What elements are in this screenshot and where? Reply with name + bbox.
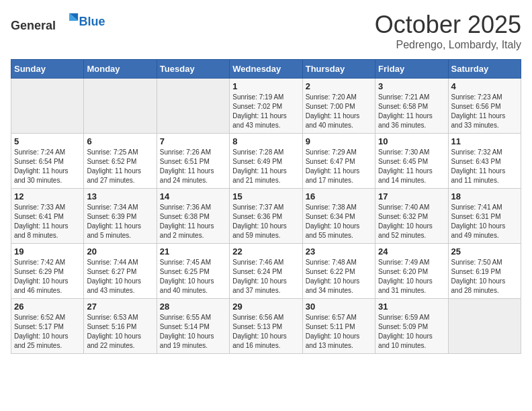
- day-detail: Sunrise: 7:23 AM Sunset: 6:56 PM Dayligh…: [451, 93, 518, 130]
- calendar-cell: 2Sunrise: 7:20 AM Sunset: 7:00 PM Daylig…: [302, 79, 375, 134]
- day-number: 15: [232, 191, 299, 201]
- day-number: 19: [14, 246, 81, 257]
- day-detail: Sunrise: 6:57 AM Sunset: 5:11 PM Dayligh…: [306, 313, 372, 351]
- day-number: 28: [160, 302, 226, 312]
- day-number: 17: [378, 191, 445, 201]
- calendar-cell: 23Sunrise: 7:48 AM Sunset: 6:22 PM Dayli…: [302, 244, 375, 299]
- page-header: General Blue October 2025 Pedrengo, Lomb…: [11, 11, 521, 51]
- weekday-header: Friday: [375, 60, 448, 79]
- day-number: 30: [306, 302, 372, 312]
- day-detail: Sunrise: 7:42 AM Sunset: 6:29 PM Dayligh…: [14, 258, 81, 295]
- calendar-cell: 24Sunrise: 7:49 AM Sunset: 6:20 PM Dayli…: [375, 244, 448, 299]
- day-detail: Sunrise: 7:36 AM Sunset: 6:38 PM Dayligh…: [160, 203, 226, 240]
- day-detail: Sunrise: 7:21 AM Sunset: 6:58 PM Dayligh…: [378, 93, 445, 130]
- day-number: 2: [306, 81, 372, 91]
- calendar-cell: 22Sunrise: 7:46 AM Sunset: 6:24 PM Dayli…: [230, 244, 302, 299]
- calendar-cell: 12Sunrise: 7:33 AM Sunset: 6:41 PM Dayli…: [11, 189, 84, 244]
- day-number: 9: [306, 136, 372, 146]
- calendar-cell: 19Sunrise: 7:42 AM Sunset: 6:29 PM Dayli…: [11, 244, 84, 299]
- day-detail: Sunrise: 6:55 AM Sunset: 5:14 PM Dayligh…: [160, 313, 226, 351]
- day-detail: Sunrise: 6:52 AM Sunset: 5:17 PM Dayligh…: [14, 313, 81, 351]
- calendar-cell: 21Sunrise: 7:45 AM Sunset: 6:25 PM Dayli…: [157, 244, 229, 299]
- title-section: October 2025 Pedrengo, Lombardy, Italy: [375, 11, 521, 51]
- calendar-cell: 10Sunrise: 7:30 AM Sunset: 6:45 PM Dayli…: [375, 134, 448, 189]
- calendar-cell: 4Sunrise: 7:23 AM Sunset: 6:56 PM Daylig…: [448, 79, 521, 134]
- calendar-week-row: 5Sunrise: 7:24 AM Sunset: 6:54 PM Daylig…: [11, 134, 521, 189]
- calendar-cell: 31Sunrise: 6:59 AM Sunset: 5:09 PM Dayli…: [375, 299, 448, 354]
- day-number: 23: [306, 246, 372, 257]
- day-detail: Sunrise: 6:59 AM Sunset: 5:09 PM Dayligh…: [378, 313, 445, 351]
- calendar-cell: 14Sunrise: 7:36 AM Sunset: 6:38 PM Dayli…: [157, 189, 229, 244]
- calendar-cell: [157, 79, 229, 134]
- day-detail: Sunrise: 7:50 AM Sunset: 6:19 PM Dayligh…: [451, 258, 518, 295]
- day-number: 27: [87, 302, 153, 312]
- day-number: 14: [160, 191, 226, 201]
- calendar-week-row: 19Sunrise: 7:42 AM Sunset: 6:29 PM Dayli…: [11, 244, 521, 299]
- calendar-cell: 5Sunrise: 7:24 AM Sunset: 6:54 PM Daylig…: [11, 134, 84, 189]
- day-number: 13: [87, 191, 153, 201]
- day-detail: Sunrise: 7:48 AM Sunset: 6:22 PM Dayligh…: [306, 258, 372, 295]
- calendar-table: SundayMondayTuesdayWednesdayThursdayFrid…: [11, 59, 521, 354]
- day-detail: Sunrise: 7:33 AM Sunset: 6:41 PM Dayligh…: [14, 203, 81, 240]
- day-number: 18: [451, 191, 518, 201]
- weekday-header: Wednesday: [230, 60, 302, 79]
- weekday-header-row: SundayMondayTuesdayWednesdayThursdayFrid…: [11, 60, 521, 79]
- day-number: 24: [378, 246, 445, 257]
- calendar-cell: 29Sunrise: 6:56 AM Sunset: 5:13 PM Dayli…: [230, 299, 302, 354]
- day-detail: Sunrise: 7:45 AM Sunset: 6:25 PM Dayligh…: [160, 258, 226, 295]
- calendar-cell: [448, 299, 521, 354]
- day-detail: Sunrise: 7:28 AM Sunset: 6:49 PM Dayligh…: [232, 148, 299, 185]
- weekday-header: Thursday: [302, 60, 375, 79]
- calendar-cell: 1Sunrise: 7:19 AM Sunset: 7:02 PM Daylig…: [230, 79, 302, 134]
- day-detail: Sunrise: 7:34 AM Sunset: 6:39 PM Dayligh…: [87, 203, 153, 240]
- location: Pedrengo, Lombardy, Italy: [375, 39, 521, 51]
- day-detail: Sunrise: 7:32 AM Sunset: 6:43 PM Dayligh…: [451, 148, 518, 185]
- logo-blue-text: Blue: [79, 15, 105, 28]
- day-number: 8: [232, 136, 299, 146]
- calendar-cell: 3Sunrise: 7:21 AM Sunset: 6:58 PM Daylig…: [375, 79, 448, 134]
- day-number: 6: [87, 136, 153, 146]
- calendar-cell: 30Sunrise: 6:57 AM Sunset: 5:11 PM Dayli…: [302, 299, 375, 354]
- calendar-cell: 7Sunrise: 7:26 AM Sunset: 6:51 PM Daylig…: [157, 134, 229, 189]
- day-number: 29: [232, 302, 299, 312]
- calendar-cell: 27Sunrise: 6:53 AM Sunset: 5:16 PM Dayli…: [84, 299, 157, 354]
- calendar-cell: 11Sunrise: 7:32 AM Sunset: 6:43 PM Dayli…: [448, 134, 521, 189]
- day-detail: Sunrise: 7:40 AM Sunset: 6:32 PM Dayligh…: [378, 203, 445, 240]
- day-number: 16: [306, 191, 372, 201]
- day-detail: Sunrise: 6:56 AM Sunset: 5:13 PM Dayligh…: [232, 313, 299, 351]
- month-title: October 2025: [375, 11, 521, 39]
- calendar-week-row: 1Sunrise: 7:19 AM Sunset: 7:02 PM Daylig…: [11, 79, 521, 134]
- day-detail: Sunrise: 7:20 AM Sunset: 7:00 PM Dayligh…: [306, 93, 372, 130]
- calendar-cell: [11, 79, 84, 134]
- day-number: 4: [451, 81, 518, 91]
- logo-general-text: General: [11, 19, 56, 32]
- calendar-cell: 28Sunrise: 6:55 AM Sunset: 5:14 PM Dayli…: [157, 299, 229, 354]
- calendar-cell: 17Sunrise: 7:40 AM Sunset: 6:32 PM Dayli…: [375, 189, 448, 244]
- calendar-week-row: 12Sunrise: 7:33 AM Sunset: 6:41 PM Dayli…: [11, 189, 521, 244]
- day-detail: Sunrise: 7:41 AM Sunset: 6:31 PM Dayligh…: [451, 203, 518, 240]
- calendar-cell: 20Sunrise: 7:44 AM Sunset: 6:27 PM Dayli…: [84, 244, 157, 299]
- day-number: 25: [451, 246, 518, 257]
- day-number: 7: [160, 136, 226, 146]
- day-detail: Sunrise: 7:38 AM Sunset: 6:34 PM Dayligh…: [306, 203, 372, 240]
- day-number: 31: [378, 302, 445, 312]
- calendar-cell: 18Sunrise: 7:41 AM Sunset: 6:31 PM Dayli…: [448, 189, 521, 244]
- weekday-header: Saturday: [448, 60, 521, 79]
- calendar-cell: 15Sunrise: 7:37 AM Sunset: 6:36 PM Dayli…: [230, 189, 302, 244]
- day-detail: Sunrise: 7:24 AM Sunset: 6:54 PM Dayligh…: [14, 148, 81, 185]
- weekday-header: Monday: [84, 60, 157, 79]
- day-number: 10: [378, 136, 445, 146]
- day-detail: Sunrise: 7:37 AM Sunset: 6:36 PM Dayligh…: [232, 203, 299, 240]
- logo: General Blue: [11, 11, 105, 33]
- day-detail: Sunrise: 7:19 AM Sunset: 7:02 PM Dayligh…: [232, 93, 299, 130]
- calendar-cell: [84, 79, 157, 134]
- calendar-cell: 8Sunrise: 7:28 AM Sunset: 6:49 PM Daylig…: [230, 134, 302, 189]
- day-number: 21: [160, 246, 226, 257]
- day-detail: Sunrise: 7:25 AM Sunset: 6:52 PM Dayligh…: [87, 148, 153, 185]
- weekday-header: Sunday: [11, 60, 84, 79]
- day-detail: Sunrise: 7:44 AM Sunset: 6:27 PM Dayligh…: [87, 258, 153, 295]
- calendar-cell: 25Sunrise: 7:50 AM Sunset: 6:19 PM Dayli…: [448, 244, 521, 299]
- calendar-cell: 6Sunrise: 7:25 AM Sunset: 6:52 PM Daylig…: [84, 134, 157, 189]
- day-number: 3: [378, 81, 445, 91]
- day-number: 20: [87, 246, 153, 257]
